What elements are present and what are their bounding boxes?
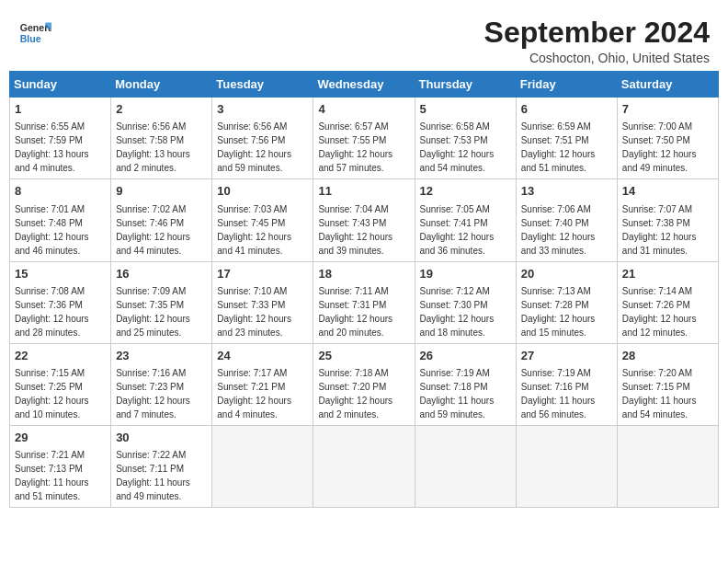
table-row: 27Sunrise: 7:19 AMSunset: 7:16 PMDayligh…: [516, 343, 617, 425]
table-row: 16Sunrise: 7:09 AMSunset: 7:35 PMDayligh…: [111, 261, 212, 343]
table-row: 11Sunrise: 7:04 AMSunset: 7:43 PMDayligh…: [313, 179, 415, 261]
calendar-header: Sunday Monday Tuesday Wednesday Thursday…: [10, 72, 719, 98]
table-row: 22Sunrise: 7:15 AMSunset: 7:25 PMDayligh…: [10, 343, 111, 425]
table-row: [516, 425, 617, 507]
table-row: 10Sunrise: 7:03 AMSunset: 7:45 PMDayligh…: [212, 179, 313, 261]
col-friday: Friday: [516, 72, 617, 98]
table-row: 25Sunrise: 7:18 AMSunset: 7:20 PMDayligh…: [313, 343, 415, 425]
month-title: September 2024: [484, 17, 710, 49]
col-thursday: Thursday: [415, 72, 516, 98]
table-row: 7Sunrise: 7:00 AMSunset: 7:50 PMDaylight…: [617, 98, 718, 179]
table-row: 6Sunrise: 6:59 AMSunset: 7:51 PMDaylight…: [516, 98, 617, 179]
svg-text:Blue: Blue: [20, 33, 41, 44]
table-row: 1Sunrise: 6:55 AMSunset: 7:59 PMDaylight…: [10, 98, 111, 179]
table-row: 19Sunrise: 7:12 AMSunset: 7:30 PMDayligh…: [415, 261, 516, 343]
table-row: 4Sunrise: 6:57 AMSunset: 7:55 PMDaylight…: [313, 98, 415, 179]
table-row: 30Sunrise: 7:22 AMSunset: 7:11 PMDayligh…: [111, 425, 212, 507]
table-row: 13Sunrise: 7:06 AMSunset: 7:40 PMDayligh…: [516, 179, 617, 261]
table-row: 20Sunrise: 7:13 AMSunset: 7:28 PMDayligh…: [516, 261, 617, 343]
table-row: 29Sunrise: 7:21 AMSunset: 7:13 PMDayligh…: [10, 425, 111, 507]
col-wednesday: Wednesday: [313, 72, 415, 98]
col-saturday: Saturday: [617, 72, 718, 98]
table-row: 5Sunrise: 6:58 AMSunset: 7:53 PMDaylight…: [415, 98, 516, 179]
table-row: 23Sunrise: 7:16 AMSunset: 7:23 PMDayligh…: [111, 343, 212, 425]
table-row: 8Sunrise: 7:01 AMSunset: 7:48 PMDaylight…: [10, 179, 111, 261]
table-row: [415, 425, 516, 507]
table-row: 15Sunrise: 7:08 AMSunset: 7:36 PMDayligh…: [10, 261, 111, 343]
col-monday: Monday: [111, 72, 212, 98]
table-row: 17Sunrise: 7:10 AMSunset: 7:33 PMDayligh…: [212, 261, 313, 343]
table-row: 2Sunrise: 6:56 AMSunset: 7:58 PMDaylight…: [111, 98, 212, 179]
table-row: 14Sunrise: 7:07 AMSunset: 7:38 PMDayligh…: [617, 179, 718, 261]
calendar-body: 1Sunrise: 6:55 AMSunset: 7:59 PMDaylight…: [10, 98, 719, 508]
table-row: [212, 425, 313, 507]
table-row: 28Sunrise: 7:20 AMSunset: 7:15 PMDayligh…: [617, 343, 718, 425]
table-row: 18Sunrise: 7:11 AMSunset: 7:31 PMDayligh…: [313, 261, 415, 343]
col-sunday: Sunday: [10, 72, 111, 98]
location-subtitle: Coshocton, Ohio, United States: [484, 51, 710, 65]
logo: General Blue General Blue: [18, 17, 51, 50]
table-row: 3Sunrise: 6:56 AMSunset: 7:56 PMDaylight…: [212, 98, 313, 179]
table-row: 9Sunrise: 7:02 AMSunset: 7:46 PMDaylight…: [111, 179, 212, 261]
title-area: September 2024 Coshocton, Ohio, United S…: [484, 17, 710, 65]
table-row: 26Sunrise: 7:19 AMSunset: 7:18 PMDayligh…: [415, 343, 516, 425]
calendar-table: Sunday Monday Tuesday Wednesday Thursday…: [9, 71, 719, 508]
table-row: [313, 425, 415, 507]
col-tuesday: Tuesday: [212, 72, 313, 98]
table-row: 21Sunrise: 7:14 AMSunset: 7:26 PMDayligh…: [617, 261, 718, 343]
table-row: 12Sunrise: 7:05 AMSunset: 7:41 PMDayligh…: [415, 179, 516, 261]
page-header: General Blue General Blue September 2024…: [9, 9, 719, 71]
logo-icon: General Blue: [18, 17, 51, 50]
table-row: [617, 425, 718, 507]
table-row: 24Sunrise: 7:17 AMSunset: 7:21 PMDayligh…: [212, 343, 313, 425]
